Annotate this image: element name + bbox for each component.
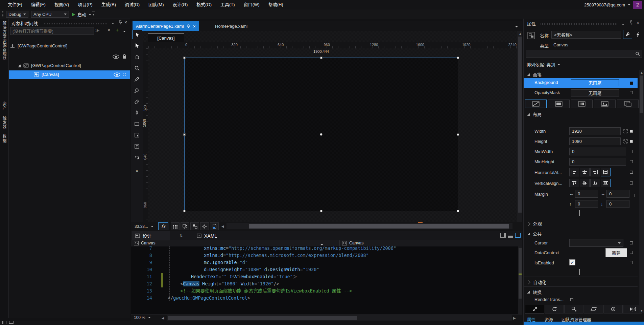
height-field[interactable]: 1080 — [569, 137, 621, 145]
storyboard-dropdown-icon[interactable] — [123, 28, 126, 33]
halign-stretch-button[interactable] — [601, 168, 611, 176]
cursor-property-marker[interactable] — [630, 241, 633, 244]
eyedropper-tool[interactable] — [132, 75, 142, 84]
menu-item-9[interactable]: 工具(T) — [216, 0, 239, 9]
tab-homepage[interactable]: HomePage.xaml — [212, 21, 251, 31]
minwidth-field[interactable]: 0 — [569, 148, 626, 155]
zoom-level-dropdown[interactable]: 33.33... — [133, 223, 155, 230]
background-property-marker[interactable] — [630, 82, 633, 85]
designer-hscrollbar-thumb[interactable] — [249, 224, 509, 229]
rotate-transform-tab[interactable] — [545, 305, 564, 313]
selection-handle[interactable] — [320, 57, 323, 59]
margin-right-field[interactable]: 0 — [606, 190, 629, 198]
storyboard-add-icon[interactable]: + — [116, 27, 119, 33]
editor-zoom-dropdown[interactable]: 100 % — [134, 315, 151, 320]
editor-hscroll-right-icon[interactable]: ▶ — [513, 316, 516, 320]
valign-stretch-button[interactable] — [601, 179, 611, 187]
events-button[interactable] — [633, 30, 642, 39]
isenabled-checkbox[interactable]: ✓ — [569, 259, 575, 265]
selection-handle[interactable] — [457, 57, 459, 59]
isenabled-property-marker[interactable] — [630, 261, 633, 264]
background-value-box[interactable]: 无画笔 — [571, 79, 619, 86]
margin-property-marker[interactable] — [632, 194, 635, 197]
selection-handle[interactable] — [183, 210, 186, 212]
annotations-button[interactable] — [210, 222, 219, 230]
start-debug-button[interactable]: 启动 — [72, 11, 91, 18]
rectangle-tool[interactable] — [132, 120, 142, 128]
document-list-dropdown-icon[interactable] — [515, 24, 518, 28]
selection-handle[interactable] — [183, 57, 186, 59]
solid-brush-button[interactable] — [548, 100, 570, 108]
lock-icon[interactable] — [122, 54, 126, 59]
brush-resource-button[interactable] — [617, 100, 639, 108]
menu-item-8[interactable]: 格式(O) — [192, 0, 216, 9]
skew-transform-tab[interactable] — [584, 305, 603, 313]
menu-item-5[interactable]: 调试(D) — [120, 0, 144, 9]
selection-handle[interactable] — [457, 133, 459, 136]
size-to-fit-icon[interactable] — [623, 129, 628, 133]
halign-center-button[interactable] — [580, 168, 590, 176]
tab-xaml-view[interactable]: XAML — [193, 231, 226, 240]
opacitymask-value-box[interactable]: 无画笔 — [571, 89, 619, 96]
designer-vscrollbar[interactable]: ▲ — [517, 31, 522, 222]
margin-top-field[interactable]: 0 — [575, 200, 598, 208]
direct-selection-tool[interactable] — [132, 41, 142, 50]
editor-hscroll-left-icon[interactable]: ◀ — [162, 316, 164, 320]
pane-layout-icon[interactable] — [2, 321, 6, 324]
properties-vscrollbar-thumb[interactable] — [640, 75, 643, 113]
swap-panes-icon[interactable]: ↑↓ — [179, 233, 182, 238]
valign-property-marker[interactable] — [630, 181, 633, 185]
storyboard-picker[interactable]: (没有打开的情节提要) — [10, 27, 94, 35]
scroll-up-icon[interactable]: ▲ — [519, 32, 522, 36]
editor-hscrollbar-thumb[interactable] — [168, 316, 357, 320]
properties-menu-icon[interactable] — [622, 21, 624, 26]
width-property-marker[interactable] — [630, 130, 633, 133]
datacontext-property-marker[interactable] — [630, 251, 633, 254]
properties-search-input[interactable] — [526, 50, 642, 58]
properties-vscrollbar[interactable]: ▲ ▼ — [639, 70, 644, 313]
lock-slot-icon[interactable] — [123, 73, 126, 76]
margin-bottom-field[interactable]: 0 — [606, 200, 629, 208]
translate-transform-tab[interactable] — [525, 305, 544, 313]
snap-grid-button[interactable] — [181, 222, 189, 230]
margin-left-field[interactable]: 0 — [575, 190, 598, 198]
expander-icon[interactable] — [18, 64, 21, 67]
avatar[interactable]: 2 — [633, 1, 642, 9]
layout-panel-tool[interactable] — [132, 131, 142, 139]
account-name[interactable]: 258979087@qq.com — [584, 2, 625, 7]
start-dropdown-icon[interactable] — [89, 14, 91, 15]
expand-pane-icon[interactable] — [515, 233, 521, 238]
designer-vscrollbar-thumb[interactable] — [518, 37, 522, 213]
scale-transform-tab[interactable] — [564, 305, 583, 313]
scroll-up-icon[interactable]: ▲ — [640, 71, 643, 74]
side-tab-triggers[interactable]: 触发器 — [1, 116, 7, 129]
menu-item-0[interactable]: 文件(F) — [3, 0, 27, 9]
selection-handle[interactable] — [320, 210, 323, 212]
selection-tool-active[interactable] — [132, 30, 142, 39]
menu-item-1[interactable]: 编辑(E) — [27, 0, 50, 9]
selection-handle[interactable] — [457, 210, 459, 212]
arrange-by-dropdown[interactable]: 排列依据: 类别 — [526, 61, 560, 68]
tree-root-row[interactable]: [GWPageContentControl] — [18, 63, 81, 68]
halign-property-marker[interactable] — [630, 171, 633, 174]
toolbar-grip[interactable] — [2, 11, 3, 17]
name-field[interactable]: <无名称> — [551, 31, 621, 39]
more-tools-button[interactable]: » — [132, 166, 142, 175]
layout-expand-chevron[interactable] — [579, 210, 580, 215]
editor-vscrollbar-thumb[interactable] — [519, 248, 522, 299]
editor-vscrollbar[interactable] — [518, 246, 522, 314]
designer-hscrollbar[interactable] — [226, 223, 512, 229]
eye-icon[interactable] — [114, 72, 120, 77]
opacitymask-property-marker[interactable] — [630, 91, 633, 94]
account-dropdown-icon[interactable] — [628, 4, 630, 5]
scope-up-row[interactable]: [GWPageContentControl] — [10, 43, 67, 48]
valign-bottom-button[interactable] — [590, 179, 600, 187]
horizontal-split-icon[interactable] — [508, 233, 513, 238]
configuration-dropdown[interactable]: Debug — [6, 11, 28, 18]
side-tab-solution-explorer[interactable]: 解决方案资源管理器 — [1, 21, 7, 61]
pane-layout-icon[interactable] — [9, 321, 14, 324]
objects-panel-menu-icon[interactable] — [112, 20, 114, 25]
properties-close-icon[interactable]: × — [637, 20, 639, 25]
snaplines-button[interactable] — [200, 222, 209, 230]
scroll-down-icon[interactable]: ▼ — [640, 309, 643, 312]
